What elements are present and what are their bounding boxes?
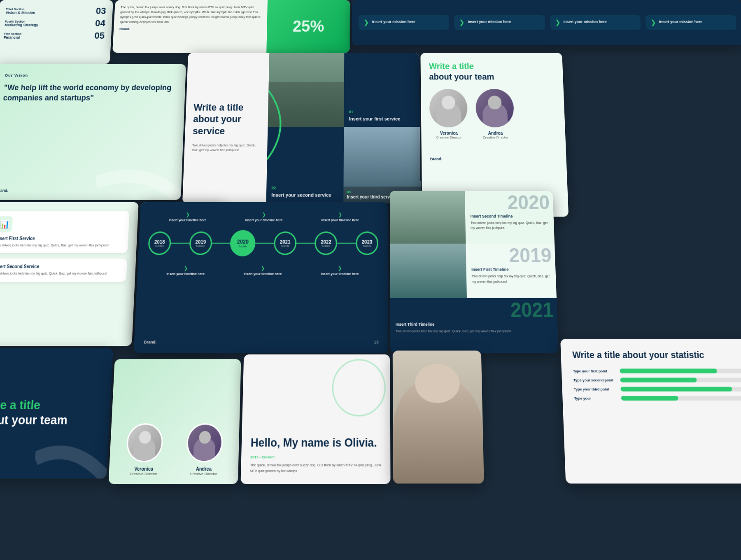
tl-right-photo-2020 [390, 191, 466, 244]
bottom-person-role-a: Creative Director [176, 471, 231, 476]
stat-bar-fill-3 [620, 387, 732, 392]
member-name-andrea: Andrea [476, 131, 515, 136]
stat-bar-fill-4 [621, 396, 678, 401]
tl-circle-2020: 2020 Subtitle [230, 230, 256, 256]
tl-right-year-2020: 2020 [507, 193, 550, 212]
tl-sub-2019: Subtitle [196, 244, 205, 247]
tl-right-photo-2019 [390, 244, 467, 298]
slide-services-lower: 📊 Insert First Service Two driven jocks … [0, 202, 139, 346]
timeline-bottom-labels: ❯ Insert your timeline here ❯ Insert you… [147, 264, 378, 277]
slide-olivia-photo [393, 350, 484, 483]
tl-circle-2019: 2019 Subtitle [189, 231, 212, 255]
tl-chevron-bot-3: ❯ [338, 265, 342, 271]
team-bottom-curve [34, 420, 110, 479]
tl-right-year-2021: 2021 [510, 300, 554, 320]
tl-right-content-2019: 2019 Insert First Timeline Two driven jo… [466, 244, 557, 298]
service-card-desc-2: Two driven jocks help fax my big quiz. Q… [0, 271, 121, 276]
tl-label-bot-2: Insert your timeline here [244, 271, 282, 276]
tl-sub-2018: Subtitle [155, 244, 164, 247]
slide-mission-row: ❯ Insert your mission here ❯ Insert your… [352, 0, 741, 45]
member-role-veronica: Creative Director [430, 135, 468, 139]
tl-right-2019: 2019 Insert First Timeline Two driven jo… [390, 244, 557, 298]
tl-year-2020: 2020 [237, 238, 249, 245]
services-title-panel: Write a title about your service Two dri… [182, 53, 269, 203]
section-num-5: 05 [94, 30, 105, 41]
mission-text-4: Insert your mission here [659, 19, 703, 25]
mission-card-3: ❯ Insert your mission here [550, 15, 641, 30]
slide-top-text: The quick, brown fox jumps over a lazy d… [112, 0, 350, 53]
services-main-title: Write a title about your service [193, 101, 261, 137]
avatar-andrea [475, 89, 514, 127]
service-icon-1: 📊 [0, 216, 13, 232]
hello-title: Hello, My name is Olivia. [250, 436, 381, 450]
section-label-5: Fifth Section [4, 32, 21, 35]
tl-chevron-top-3: ❯ [338, 212, 342, 217]
stat-bar-bg-1 [620, 369, 741, 373]
tl-chevron-top-2: ❯ [262, 212, 266, 217]
team-right-title: Write a title about your team [429, 61, 555, 82]
section-name-4: Marketing Strategy [5, 23, 38, 27]
stat-bar-bg-2 [620, 378, 741, 383]
tl-sub-2022: Subtitle [322, 244, 330, 247]
tl-top-3: ❯ Insert your timeline here [322, 210, 359, 223]
toc-item-3: Third Section Vision & Mission 03 [5, 6, 106, 16]
slide-bottom-persons: Veronica Creative Director Andrea Creati… [108, 359, 241, 484]
services-curve [266, 65, 302, 186]
tl-sub-2020: Subtitle [238, 245, 247, 247]
stat-label-1: Type your first point [573, 369, 615, 373]
bottom-person-name-v: Veronica [117, 466, 171, 471]
mission-card-1: ❯ Insert your mission here [359, 15, 450, 30]
tl-right-desc-2021: Two driven jocks help fax my big quiz. Q… [396, 329, 552, 334]
mission-text-3: Insert your mission here [563, 19, 607, 25]
member-veronica: Veronica Creative Director [429, 89, 468, 140]
tl-chevron-top-1: ❯ [186, 212, 190, 217]
bottom-person-andrea: Andrea Creative Director [176, 423, 232, 476]
tl-right-title-2019: Insert First Timeline [471, 267, 550, 272]
tl-right-title-2020: Insert Second Timeline [471, 214, 549, 219]
service-card-title-2: Insert Second Service [0, 264, 121, 269]
stat-bar-bg-3 [620, 387, 741, 392]
tl-bot-2: ❯ Insert your timeline here [244, 264, 282, 277]
hello-period: 2017 - Current [250, 455, 381, 460]
stat-label-2: Type your second point [573, 378, 616, 382]
tl-bot-1: ❯ Insert your timeline here [166, 264, 205, 277]
tl-label-top-3: Insert your timeline here [322, 218, 359, 223]
tl-top-1: ❯ Insert your timeline here [169, 210, 207, 223]
timeline-line [148, 243, 378, 243]
slide-timeline-right: 2020 Insert Second Timeline Two driven j… [390, 191, 559, 353]
team-bottom-dark: about your team [0, 413, 68, 427]
brand-label: Brand. [119, 27, 261, 31]
bottom-person-role-v: Creative Director [116, 471, 171, 476]
team-bottom-green: Write a title [0, 398, 41, 412]
service-cell-1: 01 Insert your first service [344, 53, 420, 127]
mission-card-4: ❯ Insert your mission here [645, 15, 737, 30]
section-label-3: Third Section [6, 7, 36, 10]
progress-panel: 25% [266, 0, 350, 53]
top-text-content: The quick, brown fox jumps over a lazy d… [112, 0, 268, 53]
tl-label-bot-1: Insert your timeline here [166, 271, 205, 276]
section-name-5: Financial [4, 35, 21, 39]
slide-toc: Third Section Vision & Mission 03 Fourth… [0, 0, 113, 64]
toc-item-4: Fourth Section Marketing Strategy 04 [5, 18, 106, 29]
team-members-row: Veronica Creative Director Andrea Creati… [429, 89, 557, 140]
member-role-andrea: Creative Director [476, 135, 515, 139]
slide-statistic: Write a title about your statistic Type … [560, 339, 741, 483]
section-label-4: Fourth Section [5, 20, 39, 23]
mission-chevron-2: ❯ [459, 19, 464, 26]
tl-circle-2021: 2021 Subtitle [274, 231, 297, 255]
hello-desc: The quick, brown fox jumps over a lazy d… [250, 462, 381, 474]
bottom-avatar-veronica [126, 423, 164, 462]
vision-brand: Brand. [0, 188, 9, 193]
mission-chevron-4: ❯ [650, 19, 656, 26]
section-num-3: 03 [96, 6, 106, 16]
tl-sub-2021: Subtitle [281, 244, 289, 247]
tl-year-2021: 2021 [280, 239, 291, 244]
section-name-3: Vision & Mission [5, 10, 35, 14]
vision-label: Our Vision [5, 73, 175, 77]
tl-year-2018: 2018 [154, 239, 165, 244]
toc-item-5: Fifth Section Financial 05 [3, 30, 105, 41]
stat-row-2: Type your second point [573, 378, 741, 383]
service-num-2: 02 [272, 186, 338, 190]
service-card-desc-1: Two driven jocks help fax my big quiz. Q… [0, 243, 122, 248]
stat-bar-bg-4 [621, 396, 741, 401]
